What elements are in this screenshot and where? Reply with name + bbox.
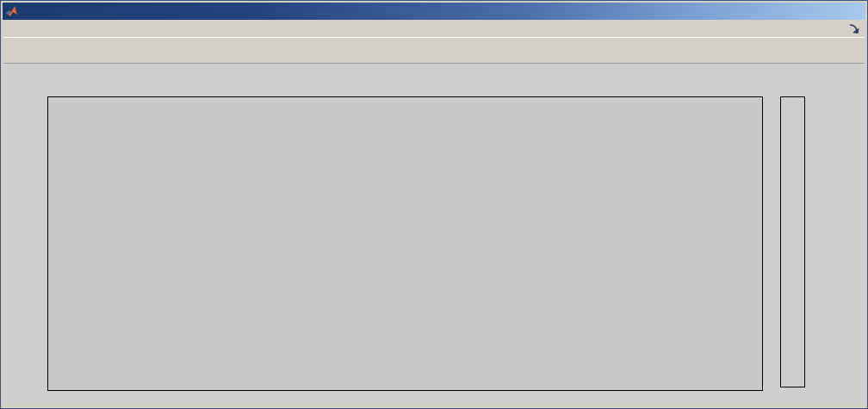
figure-toolbar bbox=[3, 37, 865, 62]
figure-canvas bbox=[3, 63, 865, 405]
menu-bar bbox=[3, 21, 865, 36]
title-bar[interactable] bbox=[3, 3, 865, 20]
dock-figure-arrow-icon[interactable] bbox=[848, 22, 860, 34]
figure-window bbox=[0, 0, 868, 409]
matlab-logo-icon bbox=[5, 5, 18, 18]
colorbar[interactable] bbox=[780, 96, 805, 387]
heatmap-plot[interactable] bbox=[47, 96, 763, 391]
